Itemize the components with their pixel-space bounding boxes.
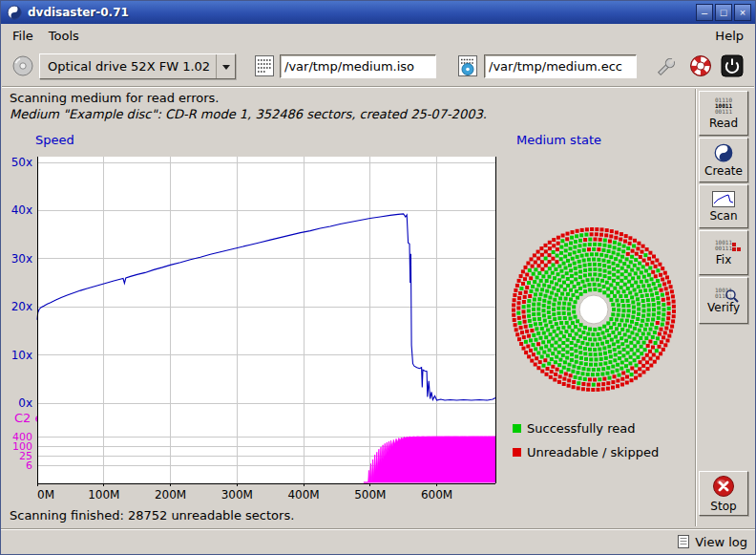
menubar: File Tools Help — [1, 24, 755, 47]
stop-label: Stop — [710, 500, 736, 513]
app-icon — [7, 5, 22, 20]
window-maximize-button[interactable]: □ — [715, 4, 732, 21]
titlebar: dvdisaster-0.71 – □ × — [1, 1, 755, 24]
fix-label: Fix — [716, 253, 731, 267]
plot-background — [37, 157, 495, 483]
app-window: dvdisaster-0.71 – □ × File Tools Help Op… — [0, 0, 756, 555]
window-title: dvdisaster-0.71 — [28, 6, 129, 19]
speed-tick-label: 20x — [11, 300, 32, 313]
x-tick-label: 200M — [155, 488, 186, 502]
read-binary-icon: 01110 10011 00111 — [715, 97, 732, 115]
sidebar-separator — [695, 89, 697, 526]
speed-axis-title: Speed — [35, 133, 74, 147]
toolbar-separator — [2, 86, 754, 88]
view-log-label: View log — [695, 535, 747, 549]
scan-charts: Speed Medium state C2 errors 50x40x30x20… — [1, 1, 755, 528]
stop-icon — [712, 475, 735, 498]
create-label: Create — [704, 164, 743, 178]
menu-tools[interactable]: Tools — [41, 26, 87, 46]
x-tick-label: 500M — [354, 488, 386, 502]
gridlines — [37, 157, 495, 483]
quit-power-icon[interactable] — [719, 53, 746, 79]
view-log-button[interactable]: View log — [678, 535, 747, 549]
drive-selector[interactable]: Optical drive 52X FW 1.02 — [39, 53, 236, 79]
window-close-button[interactable]: × — [734, 4, 751, 21]
x-tick-label: 0M — [37, 488, 54, 502]
medium-info: Medium "Example disc": CD-R mode 1, 3524… — [10, 107, 487, 121]
fix-icon: 10011 00111 — [715, 240, 732, 251]
medium-state-title: Medium state — [516, 133, 601, 147]
c2-tick-label: 6 — [26, 459, 32, 472]
x-tick-label: 600M — [421, 488, 452, 502]
scan-chart-icon — [712, 191, 735, 207]
status-message: Scanning medium for read errors. — [10, 91, 219, 105]
yin-yang-icon — [714, 143, 733, 162]
read-button[interactable]: 01110 10011 00111 Read — [699, 91, 748, 136]
window-controls: – □ × — [696, 4, 751, 21]
create-button[interactable]: Create — [699, 138, 748, 182]
preferences-wrench-icon[interactable] — [653, 53, 680, 79]
iso-image-icon — [254, 54, 275, 77]
x-tick-label: 300M — [221, 488, 253, 502]
drive-selector-value: Optical drive 52X FW 1.02 — [48, 59, 210, 74]
fix-button[interactable]: 10011 00111 Fix — [699, 230, 748, 275]
legend-item: Successfully read — [513, 421, 635, 436]
verify-button[interactable]: 10011 01101 Verify — [699, 277, 748, 324]
menu-file[interactable]: File — [5, 26, 41, 46]
speed-tick-label: 30x — [11, 252, 32, 266]
statusbar: View log — [1, 528, 755, 554]
cd-drive-icon — [11, 54, 34, 77]
speed-curve — [37, 214, 495, 400]
scan-label: Scan — [709, 209, 737, 223]
ecc-path-input[interactable] — [484, 54, 637, 78]
disc-visualization — [512, 227, 676, 392]
c2-errors-title: C2 errors — [14, 411, 72, 425]
speed-tick-label: 50x — [11, 156, 32, 169]
window-shade-button[interactable]: – — [696, 4, 713, 21]
verify-magnifier-icon: 10011 01101 — [715, 288, 732, 299]
help-lifebuoy-icon[interactable] — [687, 53, 714, 79]
chevron-down-icon — [216, 54, 235, 78]
c2-tick-label: 25 — [19, 450, 32, 462]
ecc-file-icon — [457, 54, 478, 77]
c2-tick-label: 100 — [12, 440, 32, 453]
svg-text:Successfully read: Successfully read — [527, 421, 635, 436]
c2-errors-area — [364, 437, 495, 482]
menu-help[interactable]: Help — [707, 26, 751, 46]
speed-tick-label: 40x — [11, 203, 32, 217]
legend-item: Unreadable / skipped — [513, 445, 659, 459]
axes — [37, 157, 495, 486]
svg-text:Unreadable / skipped: Unreadable / skipped — [527, 445, 659, 459]
speed-tick-label: 0x — [18, 396, 32, 410]
iso-path-input[interactable] — [280, 54, 436, 78]
c2-tick-label: 400 — [12, 431, 32, 443]
log-icon — [678, 535, 689, 548]
scan-result: Scanning finished: 28752 unreadable sect… — [10, 508, 294, 523]
speed-tick-label: 10x — [11, 349, 32, 362]
read-label: Read — [709, 117, 738, 130]
scan-button[interactable]: Scan — [699, 184, 748, 228]
stop-button[interactable]: Stop — [699, 471, 748, 516]
x-tick-label: 100M — [88, 488, 119, 502]
x-tick-label: 400M — [287, 488, 319, 502]
